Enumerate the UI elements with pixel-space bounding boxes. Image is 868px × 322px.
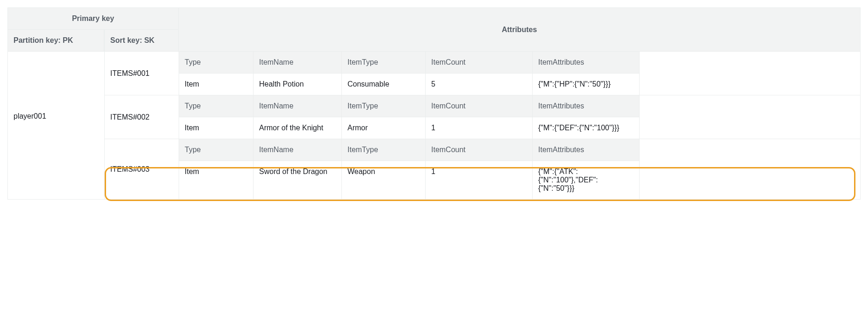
attribute-column-header: ItemAttributes [533, 52, 640, 74]
partition-key-header: Partition key: PK [7, 29, 104, 52]
partition-key-value: player001 [8, 52, 105, 199]
attribute-column-header: ItemCount [426, 95, 533, 117]
sort-key-header: Sort key: SK [104, 29, 179, 52]
attribute-column-header: ItemName [254, 52, 342, 74]
attribute-value: Weapon [342, 161, 426, 199]
table-header-row: Primary key Partition key: PK Sort key: … [7, 7, 861, 52]
attribute-column-header: ItemType [342, 95, 426, 117]
dynamodb-item-table: Primary key Partition key: PK Sort key: … [7, 7, 861, 200]
item-block: ITEMS#002TypeItemNameItemTypeItemCountIt… [105, 95, 860, 139]
attribute-value: {"M":{"ATK":{"N":"100"},"DEF":{"N":"50"}… [533, 161, 640, 199]
attribute-grid: TypeItemNameItemTypeItemCountItemAttribu… [179, 52, 860, 95]
items-column: ITEMS#001TypeItemNameItemTypeItemCountIt… [105, 52, 860, 199]
item-block: ITEMS#003TypeItemNameItemTypeItemCountIt… [105, 139, 860, 199]
attribute-value: Consumable [342, 74, 426, 95]
sort-key-value: ITEMS#002 [105, 95, 179, 139]
attribute-value: 1 [426, 161, 533, 199]
attribute-column-header: Type [179, 139, 254, 161]
primary-key-header-group: Primary key Partition key: PK Sort key: … [7, 7, 179, 52]
attribute-value: Armor [342, 117, 426, 139]
attribute-value: Item [179, 74, 254, 95]
attribute-value: Armor of the Knight [254, 117, 342, 139]
attribute-column-header: ItemType [342, 139, 426, 161]
attribute-grid: TypeItemNameItemTypeItemCountItemAttribu… [179, 139, 860, 199]
table-body: player001 ITEMS#001TypeItemNameItemTypeI… [7, 52, 861, 200]
primary-key-header: Primary key [7, 7, 179, 29]
attribute-value: Item [179, 161, 254, 199]
attribute-value: Sword of the Dragon [254, 161, 342, 199]
attribute-column-header: ItemName [254, 95, 342, 117]
attribute-column-header: ItemCount [426, 139, 533, 161]
attribute-value: Item [179, 117, 254, 139]
attribute-grid: TypeItemNameItemTypeItemCountItemAttribu… [179, 95, 860, 139]
sort-key-value: ITEMS#001 [105, 52, 179, 95]
attribute-column-header: ItemAttributes [533, 139, 640, 161]
item-block: ITEMS#001TypeItemNameItemTypeItemCountIt… [105, 52, 860, 95]
attribute-value: 5 [426, 74, 533, 95]
attribute-column-header: Type [179, 95, 254, 117]
attribute-value: 1 [426, 117, 533, 139]
attribute-value: Health Potion [254, 74, 342, 95]
attribute-value: {"M":{"HP":{"N":"50"}}} [533, 74, 640, 95]
attribute-column-header: ItemType [342, 52, 426, 74]
attribute-column-header: ItemName [254, 139, 342, 161]
attribute-value: {"M":{"DEF":{"N":"100"}}} [533, 117, 640, 139]
attributes-header: Attributes [179, 7, 861, 52]
attribute-column-header: Type [179, 52, 254, 74]
attribute-column-header: ItemAttributes [533, 95, 640, 117]
sort-key-value: ITEMS#003 [105, 139, 179, 199]
attribute-column-header: ItemCount [426, 52, 533, 74]
